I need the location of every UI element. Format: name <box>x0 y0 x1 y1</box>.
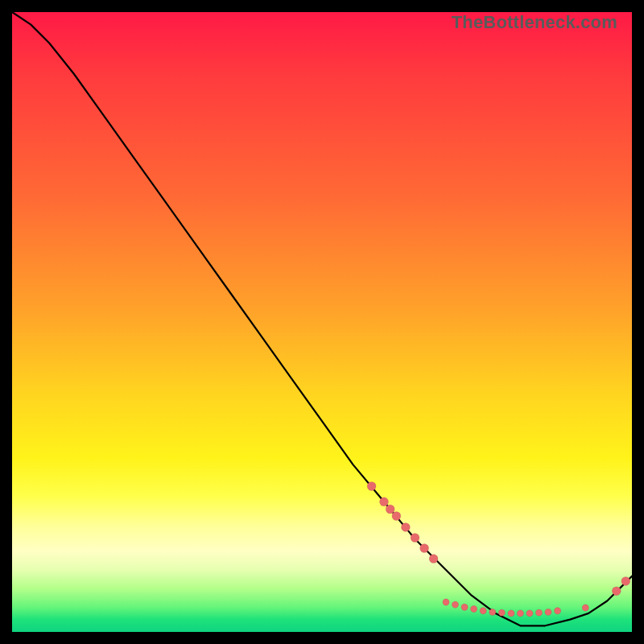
data-point <box>420 544 429 553</box>
data-point <box>508 610 514 617</box>
data-point <box>386 505 394 514</box>
data-point <box>429 555 438 564</box>
data-point <box>545 609 551 615</box>
data-point <box>612 587 621 596</box>
data-point <box>443 599 449 605</box>
data-point <box>367 482 376 491</box>
data-point <box>535 609 542 616</box>
bottleneck-curve <box>12 12 632 625</box>
data-point <box>401 522 410 531</box>
data-point <box>392 512 401 521</box>
data-points-group <box>367 482 630 617</box>
data-point <box>452 601 458 608</box>
data-point <box>411 534 419 543</box>
chart-stage: TheBottleneck.com <box>0 0 644 644</box>
data-point <box>582 605 588 611</box>
data-point <box>489 609 496 615</box>
data-point <box>380 497 389 506</box>
data-point <box>554 608 560 614</box>
plot-area: TheBottleneck.com <box>12 12 632 632</box>
data-point <box>461 604 468 610</box>
data-point <box>517 610 523 617</box>
chart-svg <box>12 12 632 632</box>
data-point <box>621 576 630 585</box>
data-point <box>498 609 505 616</box>
data-point <box>470 605 477 612</box>
data-point <box>526 610 533 617</box>
data-point <box>480 608 486 614</box>
